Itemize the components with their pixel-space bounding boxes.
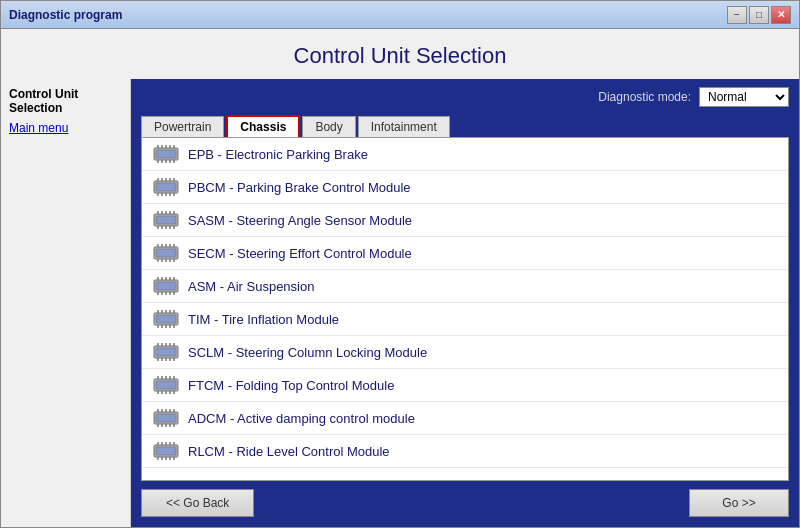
ecu-icon [152,309,180,329]
ecu-module-icon [152,144,180,164]
list-item[interactable]: RLCM - Ride Level Control Module [142,435,788,468]
tab-chassis[interactable]: Chassis [226,115,300,137]
tab-powertrain[interactable]: Powertrain [141,116,224,137]
list-item-label: PBCM - Parking Brake Control Module [188,180,411,195]
page-title-area: Control Unit Selection [1,29,799,79]
ecu-module-icon [152,276,180,296]
svg-rect-13 [156,183,176,191]
ecu-icon [152,408,180,428]
main-content: Control Unit Selection Main menu Diagnos… [1,79,799,527]
right-panel: Diagnostic mode: Normal Advanced Expert … [131,79,799,527]
sidebar-active-item: Control Unit Selection [9,87,122,115]
go-button[interactable]: Go >> [689,489,789,517]
list-item-label: SECM - Steering Effort Control Module [188,246,412,261]
svg-rect-97 [156,414,176,422]
ecu-icon [152,375,180,395]
bottom-bar: << Go Back Go >> [141,481,789,517]
ecu-icon [152,144,180,164]
tab-body[interactable]: Body [302,116,355,137]
list-item-label: SASM - Steering Angle Sensor Module [188,213,412,228]
sidebar: Control Unit Selection Main menu [1,79,131,527]
ecu-module-icon [152,342,180,362]
ecu-module-icon [152,408,180,428]
main-window: Diagnostic program − □ ✕ Control Unit Se… [0,0,800,528]
window-title: Diagnostic program [9,8,122,22]
close-button[interactable]: ✕ [771,6,791,24]
ecu-module-icon [152,441,180,461]
list-panel: EPB - Electronic Parking Brake PBCM - Pa… [141,137,789,481]
list-items-scroll[interactable]: EPB - Electronic Parking Brake PBCM - Pa… [142,138,788,480]
page-title: Control Unit Selection [1,43,799,69]
svg-rect-109 [156,447,176,455]
sidebar-main-menu[interactable]: Main menu [9,121,122,135]
diagnostic-mode-bar: Diagnostic mode: Normal Advanced Expert [141,87,789,107]
list-item[interactable]: ASM - Air Suspension [142,270,788,303]
svg-rect-1 [156,150,176,158]
list-item[interactable]: PBCM - Parking Brake Control Module [142,171,788,204]
svg-rect-73 [156,348,176,356]
list-item-label: EPB - Electronic Parking Brake [188,147,368,162]
ecu-module-icon [152,375,180,395]
minimize-button[interactable]: − [727,6,747,24]
list-item-label: SCLM - Steering Column Locking Module [188,345,427,360]
list-item-label: TIM - Tire Inflation Module [188,312,339,327]
diagnostic-mode-select[interactable]: Normal Advanced Expert [699,87,789,107]
ecu-icon [152,243,180,263]
list-item[interactable]: TIM - Tire Inflation Module [142,303,788,336]
list-item[interactable]: ADCM - Active damping control module [142,402,788,435]
list-item[interactable]: SECM - Steering Effort Control Module [142,237,788,270]
list-item-label: RLCM - Ride Level Control Module [188,444,390,459]
ecu-module-icon [152,243,180,263]
ecu-icon [152,276,180,296]
svg-rect-37 [156,249,176,257]
ecu-icon [152,441,180,461]
list-item-label: ADCM - Active damping control module [188,411,415,426]
maximize-button[interactable]: □ [749,6,769,24]
tab-infotainment[interactable]: Infotainment [358,116,450,137]
diagnostic-mode-label: Diagnostic mode: [598,90,691,104]
ecu-icon [152,342,180,362]
title-bar: Diagnostic program − □ ✕ [1,1,799,29]
list-item[interactable]: FTCM - Folding Top Control Module [142,369,788,402]
list-item-label: ASM - Air Suspension [188,279,314,294]
svg-rect-61 [156,315,176,323]
go-back-button[interactable]: << Go Back [141,489,254,517]
svg-rect-25 [156,216,176,224]
list-item[interactable]: SASM - Steering Angle Sensor Module [142,204,788,237]
ecu-icon [152,177,180,197]
ecu-module-icon [152,177,180,197]
svg-rect-49 [156,282,176,290]
ecu-module-icon [152,309,180,329]
ecu-module-icon [152,210,180,230]
svg-rect-85 [156,381,176,389]
ecu-icon [152,210,180,230]
tabs-container: Powertrain Chassis Body Infotainment [141,115,789,137]
list-item[interactable]: EPB - Electronic Parking Brake [142,138,788,171]
title-bar-buttons: − □ ✕ [727,6,791,24]
list-item[interactable]: SCLM - Steering Column Locking Module [142,336,788,369]
list-item-label: FTCM - Folding Top Control Module [188,378,394,393]
